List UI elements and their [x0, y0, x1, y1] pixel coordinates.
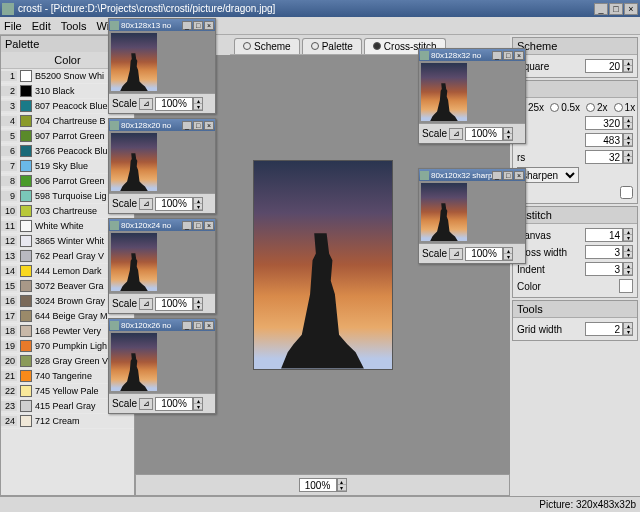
row-number: 9: [1, 191, 17, 201]
row-number: 10: [1, 206, 17, 216]
preview-window[interactable]: 80x120x32 sharpen_□×Scale⊿▴▾: [418, 168, 526, 264]
zoom-spinbox[interactable]: ▴▾: [299, 478, 347, 492]
maximize-button[interactable]: □: [193, 321, 203, 330]
maximize-button[interactable]: □: [609, 3, 623, 15]
menu-file[interactable]: File: [4, 20, 22, 32]
canvas-input[interactable]: [585, 228, 623, 242]
main-titlebar: crosti - [Picture:D:\Projects\crosti\cro…: [0, 0, 640, 17]
scale-spinbox[interactable]: ▴▾: [155, 297, 203, 311]
ct-checkbox[interactable]: [620, 186, 633, 199]
maximize-button[interactable]: □: [193, 121, 203, 130]
menu-edit[interactable]: Edit: [32, 20, 51, 32]
minimize-button[interactable]: _: [492, 51, 502, 60]
minimize-button[interactable]: _: [182, 221, 192, 230]
floss-input[interactable]: [585, 245, 623, 259]
down-arrow-icon[interactable]: ▾: [194, 304, 202, 310]
scale-spinbox[interactable]: ▴▾: [465, 247, 513, 261]
float-titlebar[interactable]: 80x128x20 no_□×: [109, 119, 215, 131]
rs-input[interactable]: [585, 150, 623, 164]
maximize-button[interactable]: □: [503, 171, 513, 180]
down-arrow-icon[interactable]: ▾: [194, 404, 202, 410]
scale-input[interactable]: [465, 127, 503, 141]
scale-input[interactable]: [465, 247, 503, 261]
down-arrow-icon[interactable]: ▾: [624, 157, 632, 163]
close-button[interactable]: ×: [204, 121, 214, 130]
close-button[interactable]: ×: [514, 171, 524, 180]
down-arrow-icon[interactable]: ▾: [338, 485, 346, 491]
ct-label: ct: [517, 187, 617, 198]
close-button[interactable]: ×: [514, 51, 524, 60]
minimize-button[interactable]: _: [182, 121, 192, 130]
maximize-button[interactable]: □: [193, 221, 203, 230]
square-input[interactable]: [585, 59, 623, 73]
scale-input[interactable]: [155, 397, 193, 411]
down-arrow-icon[interactable]: ▾: [624, 329, 632, 335]
zoom-input[interactable]: [299, 478, 337, 492]
filter-select[interactable]: sharpen: [517, 167, 579, 183]
scale-radio[interactable]: 25x 0.5x 2x 1x: [517, 102, 633, 113]
scale-spinbox[interactable]: ▴▾: [155, 97, 203, 111]
minimize-button[interactable]: _: [492, 171, 502, 180]
indent-input[interactable]: [585, 262, 623, 276]
scale-spinbox[interactable]: ▴▾: [155, 397, 203, 411]
down-arrow-icon[interactable]: ▾: [504, 254, 512, 260]
thumbnail-image: [421, 183, 467, 241]
down-arrow-icon[interactable]: ▾: [624, 140, 632, 146]
slider-icon[interactable]: ⊿: [139, 98, 153, 110]
down-arrow-icon[interactable]: ▾: [504, 134, 512, 140]
float-titlebar[interactable]: 80x128x13 no_□×: [109, 19, 215, 31]
color-swatch[interactable]: [619, 279, 633, 293]
slider-icon[interactable]: ⊿: [449, 248, 463, 260]
color-swatch: [20, 100, 32, 112]
float-body: [109, 331, 215, 393]
color-name: 644 Beige Gray M: [35, 311, 108, 321]
float-titlebar[interactable]: 80x120x32 sharpen_□×: [419, 169, 525, 181]
float-titlebar[interactable]: 80x128x32 no_□×: [419, 49, 525, 61]
close-button[interactable]: ×: [624, 3, 638, 15]
preview-window[interactable]: 80x120x26 no_□×Scale⊿▴▾: [108, 318, 216, 414]
scale-spinbox[interactable]: ▴▾: [465, 127, 513, 141]
width-input[interactable]: [585, 133, 623, 147]
height-input[interactable]: [585, 116, 623, 130]
tab-scheme[interactable]: Scheme: [234, 38, 300, 54]
slider-icon[interactable]: ⊿: [139, 198, 153, 210]
down-arrow-icon[interactable]: ▾: [624, 252, 632, 258]
row-number: 1: [1, 71, 17, 81]
down-arrow-icon[interactable]: ▾: [624, 123, 632, 129]
close-button[interactable]: ×: [204, 21, 214, 30]
minimize-button[interactable]: _: [182, 321, 192, 330]
radio-label: 2x: [597, 102, 608, 113]
float-titlebar[interactable]: 80x120x24 no_□×: [109, 219, 215, 231]
palette-row[interactable]: 24712 Cream: [1, 414, 134, 429]
down-arrow-icon[interactable]: ▾: [624, 269, 632, 275]
down-arrow-icon[interactable]: ▾: [194, 204, 202, 210]
menu-tools[interactable]: Tools: [61, 20, 87, 32]
close-button[interactable]: ×: [204, 221, 214, 230]
maximize-button[interactable]: □: [193, 21, 203, 30]
scale-input[interactable]: [155, 297, 193, 311]
radio-icon: [586, 103, 595, 112]
slider-icon[interactable]: ⊿: [139, 298, 153, 310]
scale-input[interactable]: [155, 197, 193, 211]
preview-window[interactable]: 80x128x20 no_□×Scale⊿▴▾: [108, 118, 216, 214]
minimize-button[interactable]: _: [594, 3, 608, 15]
grid-input[interactable]: [585, 322, 623, 336]
slider-icon[interactable]: ⊿: [139, 398, 153, 410]
main-image: [253, 160, 393, 370]
preview-window[interactable]: 80x128x32 no_□×Scale⊿▴▾: [418, 48, 526, 144]
scale-spinbox[interactable]: ▴▾: [155, 197, 203, 211]
maximize-button[interactable]: □: [503, 51, 513, 60]
preview-window[interactable]: 80x128x13 no_□×Scale⊿▴▾: [108, 18, 216, 114]
down-arrow-icon[interactable]: ▾: [194, 104, 202, 110]
down-arrow-icon[interactable]: ▾: [624, 235, 632, 241]
preview-window[interactable]: 80x120x24 no_□×Scale⊿▴▾: [108, 218, 216, 314]
float-scalebar: Scale⊿▴▾: [109, 393, 215, 413]
picture-panel: e 25x 0.5x 2x 1x h▴▾ t▴▾ rs▴▾ sharpen ct: [512, 80, 638, 204]
tab-palette[interactable]: Palette: [302, 38, 362, 54]
scale-input[interactable]: [155, 97, 193, 111]
close-button[interactable]: ×: [204, 321, 214, 330]
slider-icon[interactable]: ⊿: [449, 128, 463, 140]
down-arrow-icon[interactable]: ▾: [624, 66, 632, 72]
float-titlebar[interactable]: 80x120x26 no_□×: [109, 319, 215, 331]
minimize-button[interactable]: _: [182, 21, 192, 30]
